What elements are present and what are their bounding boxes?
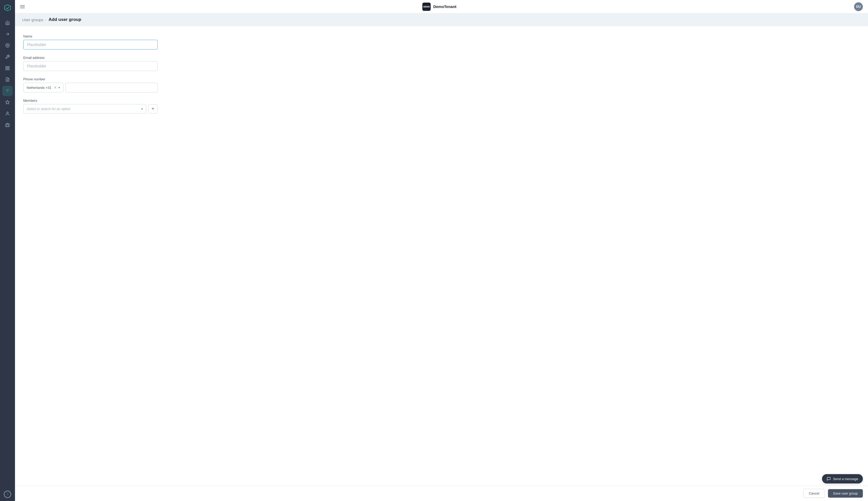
phone-country-chevron: ▾ xyxy=(59,86,60,89)
topbar-logo: DEMO xyxy=(422,3,431,11)
breadcrumb-current: Add user group xyxy=(49,17,81,22)
phone-field-group: Phone number Netherlands +31 ✕ ▾ xyxy=(23,77,158,93)
breadcrumb: User groups › Add user group xyxy=(22,17,861,22)
name-label: Name xyxy=(23,34,158,38)
svg-point-11 xyxy=(7,112,8,113)
svg-rect-4 xyxy=(6,69,7,70)
breadcrumb-separator: › xyxy=(45,18,46,22)
svg-rect-2 xyxy=(6,66,7,68)
sidebar-item-monitor[interactable] xyxy=(2,40,13,51)
add-user-group-form: Name Email address Phone number Netherla… xyxy=(23,34,158,114)
topbar: DEMO DemoTenant DU xyxy=(15,0,868,13)
members-chevron-icon: ▾ xyxy=(141,107,143,111)
message-icon xyxy=(827,477,831,481)
members-field-group: Members Select or search for an option ▾… xyxy=(23,99,158,114)
content-area: Name Email address Phone number Netherla… xyxy=(15,26,868,486)
sidebar-item-routes[interactable] xyxy=(2,29,13,39)
phone-number-input[interactable] xyxy=(65,83,158,93)
user-avatar[interactable]: DU xyxy=(854,2,863,11)
email-field-group: Email address xyxy=(23,56,158,71)
phone-country-select[interactable]: Netherlands +31 ✕ ▾ xyxy=(23,83,63,93)
sidebar-item-users[interactable] xyxy=(2,108,13,119)
send-message-button[interactable]: Send a message xyxy=(822,474,863,483)
send-message-label: Send a message xyxy=(833,477,858,481)
cancel-button[interactable]: Cancel xyxy=(803,489,825,498)
avatar-initials: DU xyxy=(856,5,860,9)
members-row: Select or search for an option ▾ + xyxy=(23,104,158,114)
phone-country-clear[interactable]: ✕ xyxy=(54,85,57,89)
email-label: Email address xyxy=(23,56,158,60)
menu-button[interactable] xyxy=(20,5,25,8)
sidebar-item-reports[interactable] xyxy=(2,74,13,85)
bottom-bar: Cancel Save user group xyxy=(15,486,868,501)
svg-rect-3 xyxy=(8,66,9,68)
breadcrumb-parent[interactable]: User groups xyxy=(22,18,43,22)
add-member-button[interactable]: + xyxy=(148,104,158,114)
topbar-center: DEMO DemoTenant xyxy=(422,3,456,11)
topbar-logo-text: DEMO xyxy=(423,6,430,8)
sidebar-item-home[interactable] xyxy=(2,18,13,28)
sidebar-item-billing[interactable] xyxy=(2,120,13,130)
sidebar-item-grid[interactable] xyxy=(2,63,13,73)
members-select[interactable]: Select or search for an option ▾ xyxy=(23,104,146,114)
app-logo[interactable] xyxy=(3,3,12,12)
main-area: DEMO DemoTenant DU User groups › Add use… xyxy=(15,0,868,501)
name-field-group: Name xyxy=(23,34,158,50)
app-name: DemoTenant xyxy=(433,4,456,9)
sidebar-item-filters[interactable] xyxy=(2,86,13,96)
help-icon[interactable]: ? xyxy=(4,491,11,498)
phone-label: Phone number xyxy=(23,77,158,81)
email-input[interactable] xyxy=(23,61,158,71)
members-label: Members xyxy=(23,99,158,103)
save-user-group-button[interactable]: Save user group xyxy=(828,489,863,498)
breadcrumb-bar: User groups › Add user group xyxy=(15,13,868,26)
phone-row: Netherlands +31 ✕ ▾ xyxy=(23,83,158,93)
svg-rect-5 xyxy=(8,69,9,70)
sidebar-item-tools[interactable] xyxy=(2,52,13,62)
sidebar: ? xyxy=(0,0,15,501)
svg-point-0 xyxy=(6,44,10,47)
svg-rect-12 xyxy=(6,124,10,127)
name-input[interactable] xyxy=(23,40,158,50)
phone-country-value: Netherlands +31 xyxy=(27,86,51,89)
svg-point-1 xyxy=(7,45,8,46)
members-placeholder: Select or search for an option xyxy=(27,107,71,111)
sidebar-item-integrations[interactable] xyxy=(2,97,13,107)
